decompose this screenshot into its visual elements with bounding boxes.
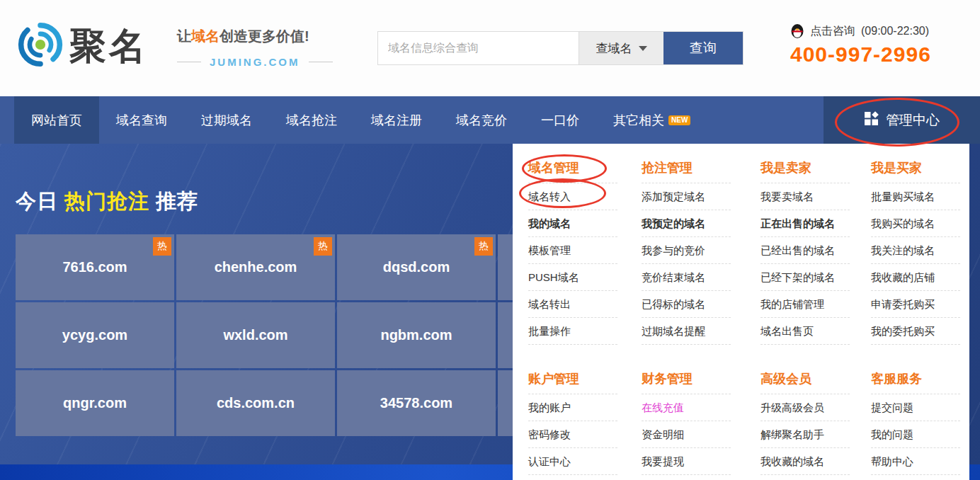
nav-item-expired-domains[interactable]: 过期域名	[184, 96, 269, 144]
nav-item-domain-register[interactable]: 域名注册	[354, 96, 439, 144]
domain-cell[interactable]: 34578.com	[337, 370, 496, 436]
hot-badge-icon: 热	[314, 237, 332, 256]
domain-cell[interactable]: ngbm.com	[337, 302, 496, 368]
decorative-dash-left	[177, 62, 201, 62]
nav-label: 过期域名	[201, 112, 252, 129]
nav-item-home[interactable]: 网站首页	[14, 96, 99, 144]
menu-item-expired-domain-reminder[interactable]: 过期域名提醒	[642, 318, 731, 345]
menu-item-custom-query-settings[interactable]: 个性查询设置	[760, 475, 850, 480]
tagline-text: 让域名创造更多价值!	[177, 27, 347, 46]
menu-item-site-messages[interactable]: 站内消息	[528, 475, 617, 480]
menu-item-add-reserved-domain[interactable]: 添加预定域名	[642, 183, 731, 210]
menu-item-purchased-domains[interactable]: 我购买的域名	[871, 210, 960, 237]
logo-name: 聚名	[69, 21, 149, 71]
nav-label: 域名查询	[116, 112, 167, 129]
tagline: 让域名创造更多价值! JUMING.COM	[177, 27, 347, 68]
menu-item-apply-entrusted-purchase[interactable]: 申请委托购买	[871, 291, 960, 318]
qq-consult-link[interactable]: 点击咨询 (09:00-22:30)	[790, 23, 931, 39]
search-bar: 查域名 查询	[377, 31, 743, 65]
menu-item-unbind-assistant[interactable]: 解绑聚名助手	[760, 421, 850, 448]
search-category-select[interactable]: 查域名	[579, 32, 663, 64]
domain-cell[interactable]: cds.com.cn	[176, 370, 335, 436]
main-nav: 网站首页 域名查询 过期域名 域名抢注 域名注册 域名竞价 一口价 其它相关 N…	[0, 96, 980, 144]
menu-item-watched-domains[interactable]: 我关注的域名	[871, 237, 960, 264]
nav-label: 其它相关	[613, 112, 664, 129]
menu-item-template-manage[interactable]: 模板管理	[528, 237, 617, 264]
menu-item-online-recharge[interactable]: 在线充值	[642, 394, 731, 421]
menu-group-title: 抢注管理	[642, 152, 731, 183]
domain-name: qngr.com	[63, 395, 127, 411]
nav-item-other[interactable]: 其它相关 NEW	[596, 96, 707, 144]
nav-label: 域名抢注	[286, 112, 337, 129]
menu-item-my-account[interactable]: 我的账户	[528, 394, 617, 421]
menu-item-fund-details[interactable]: 资金明细	[642, 421, 731, 448]
nav-item-domain-auction[interactable]: 域名竞价	[439, 96, 524, 144]
hero-title-prefix: 今日	[16, 190, 64, 212]
search-button[interactable]: 查询	[663, 32, 743, 64]
menu-item-delisted-domains[interactable]: 已经下架的域名	[760, 264, 850, 291]
menu-item-bulk-buy-domains[interactable]: 批量购买域名	[871, 183, 960, 210]
menu-item-withdraw[interactable]: 我要提现	[642, 448, 731, 475]
menu-item-batch-operations[interactable]: 批量操作	[528, 318, 617, 345]
tagline-subtitle: JUMING.COM	[210, 56, 300, 68]
menu-item-sold-domains[interactable]: 已经出售的域名	[760, 237, 850, 264]
menu-item-change-password[interactable]: 密码修改	[528, 421, 617, 448]
search-input[interactable]	[378, 32, 579, 64]
domain-cell[interactable]: 热 chenhe.com	[176, 234, 335, 300]
menu-group-customer-service: 客服服务 提交问题 我的问题 帮助中心	[871, 363, 971, 475]
menu-item-my-shop-manage[interactable]: 我的店铺管理	[760, 291, 850, 318]
nav-label: 网站首页	[31, 112, 82, 129]
nav-item-domain-query[interactable]: 域名查询	[99, 96, 184, 144]
menu-item-favorite-shops[interactable]: 我收藏的店铺	[871, 264, 960, 291]
menu-item-verification-center[interactable]: 认证中心	[528, 448, 617, 475]
tagline-suffix: 创造更多价值!	[220, 28, 309, 44]
consult-label: 点击咨询	[810, 24, 855, 39]
domain-cell[interactable]: qngr.com	[16, 370, 174, 436]
domain-name: chenhe.com	[215, 259, 297, 275]
nav-label: 一口价	[541, 112, 579, 129]
nav-item-manage-center[interactable]: 管理中心	[824, 96, 980, 144]
menu-item-domain-transfer-in[interactable]: 域名转入	[528, 183, 617, 210]
logo[interactable]: 聚名	[17, 21, 149, 71]
menu-item-request-invoice[interactable]: 申请发票	[642, 475, 731, 480]
menu-item-my-reserved-domains[interactable]: 我预定的域名	[642, 210, 731, 237]
menu-item-favorite-domains[interactable]: 我收藏的域名	[760, 448, 850, 475]
domain-cell[interactable]: 热 7616.com	[16, 234, 174, 300]
contact-block: 点击咨询 (09:00-22:30) 400-997-2996	[790, 23, 931, 67]
menu-item-domain-sale-page[interactable]: 域名出售页	[760, 318, 850, 345]
domain-cell[interactable]: wxld.com	[176, 302, 335, 368]
tagline-prefix: 让	[177, 28, 191, 44]
menu-group-title: 域名管理	[528, 152, 617, 183]
tagline-highlight: 域名	[191, 28, 220, 44]
hot-badge-icon: 热	[153, 237, 171, 256]
menu-item-won-domains[interactable]: 已得标的域名	[642, 291, 731, 318]
nav-label: 域名注册	[371, 112, 422, 129]
menu-item-submit-question[interactable]: 提交问题	[871, 394, 960, 421]
menu-item-my-auctions[interactable]: 我参与的竞价	[642, 237, 731, 264]
chevron-down-icon	[639, 46, 647, 51]
menu-group-domain-manage: 域名管理 域名转入 我的域名 模板管理 PUSH域名 域名转出 批量操作	[528, 152, 642, 345]
menu-item-my-entrusted-purchase[interactable]: 我的委托购买	[871, 318, 960, 345]
domain-name: ngbm.com	[380, 327, 452, 343]
nav-item-domain-backorder[interactable]: 域名抢注	[269, 96, 354, 144]
menu-item-help-center[interactable]: 帮助中心	[871, 448, 960, 475]
menu-item-domain-transfer-out[interactable]: 域名转出	[528, 291, 617, 318]
menu-item-my-questions[interactable]: 我的问题	[871, 421, 960, 448]
manage-center-label: 管理中心	[886, 111, 940, 130]
menu-item-domains-on-sale[interactable]: 正在出售的域名	[760, 210, 850, 237]
menu-item-auction-ended-domains[interactable]: 竞价结束域名	[642, 264, 731, 291]
tagline-subtitle-row: JUMING.COM	[177, 56, 347, 68]
menu-group-finance-manage: 财务管理 在线充值 资金明细 我要提现 申请发票	[642, 363, 760, 480]
menu-item-my-domains[interactable]: 我的域名	[528, 210, 617, 237]
logo-icon	[17, 21, 64, 71]
menu-group-title: 我是卖家	[760, 152, 850, 183]
domain-cell[interactable]: 热 dqsd.com	[337, 234, 496, 300]
nav-item-fixed-price[interactable]: 一口价	[524, 96, 596, 144]
menu-item-sell-domain[interactable]: 我要卖域名	[760, 183, 850, 210]
domain-cell[interactable]: ycyg.com	[16, 302, 174, 368]
menu-group-title: 我是买家	[871, 152, 960, 183]
menu-item-upgrade-premium[interactable]: 升级高级会员	[760, 394, 850, 421]
hot-badge-icon: 热	[474, 237, 493, 256]
menu-item-push-domain[interactable]: PUSH域名	[528, 264, 617, 291]
menu-column-2: 抢注管理 添加预定域名 我预定的域名 我参与的竞价 竞价结束域名 已得标的域名 …	[642, 152, 760, 480]
